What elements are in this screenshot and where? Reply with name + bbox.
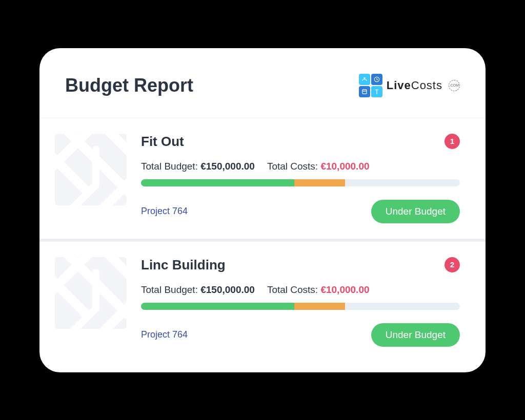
- progress-green-segment: [141, 179, 294, 186]
- total-budget-value: €150,000.00: [200, 161, 255, 172]
- project-row: Linc Building 2 Total Budget: €150,000.0…: [39, 242, 486, 372]
- progress-orange-segment: [294, 179, 346, 186]
- total-costs-label: Total Costs:: [267, 284, 321, 295]
- svg-point-0: [364, 77, 365, 78]
- alert-badge: 1: [445, 134, 460, 149]
- project-link[interactable]: Project 764: [141, 329, 188, 340]
- total-budget-label: Total Budget:: [141, 161, 200, 172]
- map-thumbnail: [55, 257, 127, 329]
- progress-orange-segment: [294, 303, 346, 310]
- progress-green-segment: [141, 303, 294, 310]
- total-costs-value: €10,000.00: [320, 161, 369, 172]
- project-name: Fit Out: [141, 134, 184, 150]
- alert-badge: 2: [445, 257, 460, 272]
- status-badge: Under Budget: [371, 323, 460, 347]
- total-budget-value: €150,000.00: [200, 284, 255, 295]
- svg-rect-2: [362, 89, 367, 93]
- project-row: Fit Out 1 Total Budget: €150,000.00 Tota…: [39, 118, 486, 242]
- progress-bar: [141, 179, 460, 186]
- map-thumbnail: [55, 134, 127, 205]
- progress-bar: [141, 303, 460, 310]
- project-name: Linc Building: [141, 257, 226, 273]
- report-card: Budget Report LiveCosts .COM Fit Out 1: [39, 48, 486, 372]
- total-costs-label: Total Costs:: [267, 161, 321, 172]
- project-link[interactable]: Project 764: [141, 206, 188, 217]
- page-title: Budget Report: [65, 75, 193, 96]
- status-badge: Under Budget: [371, 200, 460, 223]
- logo-text: LiveCosts: [387, 79, 442, 92]
- brand-logo: LiveCosts .COM: [359, 74, 460, 97]
- report-header: Budget Report LiveCosts .COM: [39, 48, 486, 118]
- total-budget-label: Total Budget:: [141, 284, 200, 295]
- total-costs-value: €10,000.00: [320, 284, 369, 295]
- logo-grid-icon: [359, 74, 382, 97]
- logo-com-badge: .COM: [449, 80, 460, 91]
